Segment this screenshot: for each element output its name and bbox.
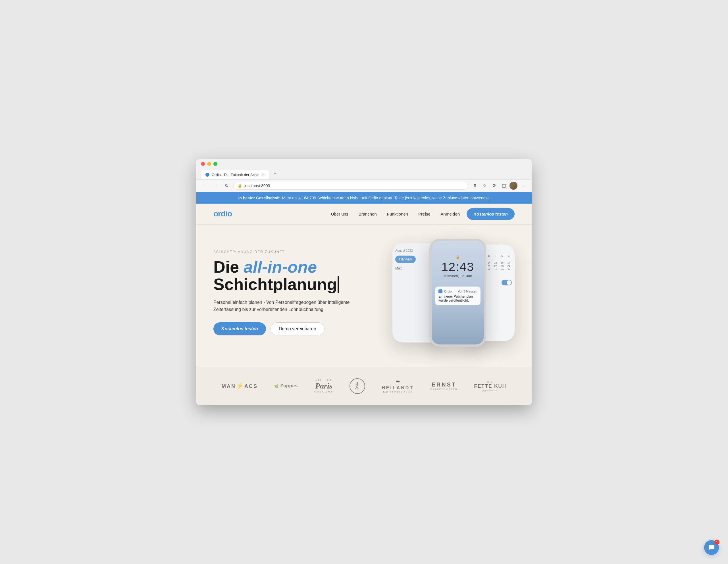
refresh-button[interactable]: ↻ xyxy=(222,182,230,190)
sidebar-toggle-icon[interactable]: ▢ xyxy=(500,182,508,190)
phone-time: 12:43 xyxy=(441,260,474,274)
bookmark-icon[interactable]: ☆ xyxy=(481,182,488,190)
phone-notification: Ordio Vor 3 Minuten Ein neuer Wochenplan… xyxy=(435,286,481,305)
nav-bar: ← → ↻ 🔒 localhost:8003 ⬆ ☆ ⚙ ▢ ⋮ xyxy=(196,180,532,192)
cursor xyxy=(338,276,339,293)
banner-bold: In bester Gesellschaft xyxy=(238,196,280,200)
notif-message: Ein neuer Wochenplan wurde veröffentlich… xyxy=(438,294,477,302)
back-button[interactable]: ← xyxy=(201,182,209,190)
nav-link-preise[interactable]: Preise xyxy=(418,212,430,217)
hero-primary-button[interactable]: Kostenlos testen xyxy=(213,322,266,335)
close-button[interactable] xyxy=(201,162,205,166)
new-tab-button[interactable]: + xyxy=(270,169,280,179)
tab-title: Ordio - Die Zukunft der Schic xyxy=(212,173,259,177)
site-content: In bester Gesellschaft- Mehr als 4.164.7… xyxy=(196,192,532,405)
chat-bubble[interactable]: 1 xyxy=(704,540,719,555)
notif-time: Vor 3 Minuten xyxy=(458,290,477,293)
chat-badge: 1 xyxy=(714,540,719,545)
announcement-banner: In bester Gesellschaft- Mehr als 4.164.7… xyxy=(196,192,532,204)
maximize-button[interactable] xyxy=(213,162,217,166)
traffic-lights xyxy=(201,162,527,166)
logo-cafe-paris: CAFÉ DE Paris COLOGNE xyxy=(314,378,333,393)
tab-bar: Ordio - Die Zukunft der Schic ✕ + xyxy=(201,169,527,179)
nav-link-uber-uns[interactable]: Über uns xyxy=(331,212,348,217)
site-logo[interactable]: ordio xyxy=(213,209,232,219)
logo-fette-kuh: DIE FETTE KUH gegrillt seit 2011 xyxy=(474,380,506,392)
minimize-button[interactable] xyxy=(207,162,211,166)
logo-zappes: 🌿 Zappes xyxy=(274,383,298,388)
notif-header: Ordio Vor 3 Minuten xyxy=(438,289,477,293)
nav-link-funktionen[interactable]: Funktionen xyxy=(387,212,408,217)
nav-links: Über uns Branchen Funktionen Preise Anme… xyxy=(331,212,460,217)
hero-title-part2: Schichtplanung xyxy=(213,275,337,293)
nav-link-anmelden[interactable]: Anmelden xyxy=(441,212,460,217)
svg-line-2 xyxy=(355,387,357,389)
tab-close-icon[interactable]: ✕ xyxy=(262,173,265,177)
url-text: localhost:8003 xyxy=(244,184,270,188)
logo-heilandt: ☀ HEILANDT Kaffeemanufaktur xyxy=(382,378,414,393)
logo-maniacs: MAN⚡ACS xyxy=(222,382,258,390)
hero-text: SCHICHTPLANUNG DER ZUKUNFT Die all-in-on… xyxy=(213,250,358,335)
svg-line-3 xyxy=(357,387,358,389)
nav-right-actions: ⬆ ☆ ⚙ ▢ ⋮ xyxy=(471,182,527,190)
hero-title: Die all-in-one Schichtplanung xyxy=(213,259,358,293)
hero-subtitle: SCHICHTPLANUNG DER ZUKUNFT xyxy=(213,250,358,254)
hero-title-highlight: all-in-one xyxy=(244,258,317,276)
active-tab[interactable]: Ordio - Die Zukunft der Schic ✕ xyxy=(201,170,269,179)
svg-point-0 xyxy=(357,382,358,384)
hero-secondary-button[interactable]: Demo vereinbaren xyxy=(271,322,325,335)
address-bar[interactable]: 🔒 localhost:8003 xyxy=(233,182,468,190)
extensions-icon[interactable]: ⚙ xyxy=(490,182,498,190)
phone-lock-icon: 🔓 xyxy=(456,255,460,259)
browser-chrome: Ordio - Die Zukunft der Schic ✕ + xyxy=(196,159,532,180)
hero-buttons: Kostenlos testen Demo vereinbaren xyxy=(213,322,358,335)
logo-cologne-text: COLOGNE xyxy=(314,390,333,393)
svg-line-5 xyxy=(357,385,359,385)
phone-date: Mittwoch, 12. Jan xyxy=(443,274,472,278)
share-icon[interactable]: ⬆ xyxy=(471,182,479,190)
tab-favicon xyxy=(205,173,209,177)
banner-text: - Mehr als 4.164.709 Schichten wurden bi… xyxy=(280,196,490,200)
hero-section: SCHICHTPLANUNG DER ZUKUNFT Die all-in-on… xyxy=(196,225,532,367)
phone-mockup-main: 🔓 12:43 Mittwoch, 12. Jan Ordio Vor 3 Mi… xyxy=(429,239,486,347)
hero-description: Personal einfach planen - Von Personalfr… xyxy=(213,299,358,313)
hero-visual: August 2022 Hannah Max 🔓 12:43 Mittwoch,… xyxy=(370,236,515,349)
logo-ernst: ERNST KAFFEERÖSTER xyxy=(430,381,458,391)
nav-link-branchen[interactable]: Branchen xyxy=(359,212,377,217)
notif-app-name: Ordio xyxy=(444,290,452,293)
logo-paris-text: Paris xyxy=(314,382,333,390)
user-avatar[interactable] xyxy=(509,182,517,190)
site-navigation: ordio Über uns Branchen Funktionen Preis… xyxy=(196,204,532,225)
browser-window: Ordio - Die Zukunft der Schic ✕ + ← → ↻ … xyxy=(196,159,532,405)
logos-section: MAN⚡ACS 🌿 Zappes CAFÉ DE Paris COLOGNE xyxy=(196,367,532,405)
logo-runner xyxy=(350,378,365,394)
more-options-icon[interactable]: ⋮ xyxy=(519,182,527,190)
lock-icon: 🔒 xyxy=(238,184,242,188)
forward-button[interactable]: → xyxy=(212,182,220,190)
notif-app-icon xyxy=(438,289,442,293)
hero-title-part1: Die xyxy=(213,258,244,276)
nav-cta-button[interactable]: Kostenlos testen xyxy=(467,208,515,220)
phone-screen: 🔓 12:43 Mittwoch, 12. Jan Ordio Vor 3 Mi… xyxy=(432,241,484,344)
